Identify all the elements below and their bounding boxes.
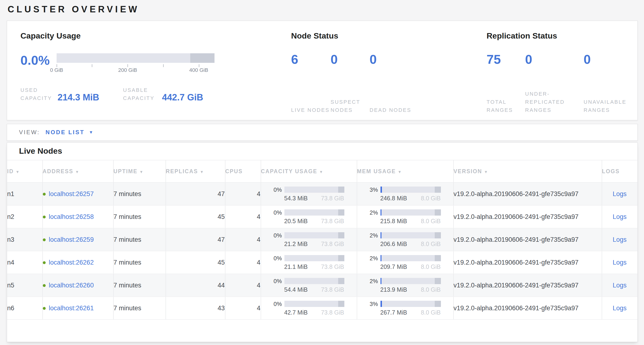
column-header-label: ADDRESS: [42, 168, 73, 174]
capacity-usage-used-value: 54.4 MiB: [284, 286, 308, 293]
cell-uptime: 7 minutes: [113, 205, 166, 228]
node-live-dot-icon: [42, 193, 46, 196]
cell-capacity: 0%54.3 MiB73.8 GiB: [261, 182, 357, 205]
cell-cpus: 4: [225, 182, 261, 205]
replication-status-value: 75: [486, 53, 525, 66]
capacity-usage-used-value: 21.2 MiB: [284, 240, 308, 247]
logs-link[interactable]: Logs: [612, 236, 627, 243]
cell-mem: 2%215.8 MiB8.0 GiB: [357, 205, 453, 228]
replication-status-item: 0UNAVAILABLE RANGES: [584, 53, 636, 114]
logs-link[interactable]: Logs: [612, 213, 627, 220]
view-mode-dropdown[interactable]: NODE LIST ▼: [46, 129, 93, 136]
mem-usage-total-value: 8.0 GiB: [421, 286, 441, 293]
capacity-usage-percent: 0%: [270, 278, 282, 284]
cell-mem: 2%209.7 MiB8.0 GiB: [357, 251, 453, 274]
mem-usage: 2%206.6 MiB8.0 GiB: [357, 232, 453, 247]
sort-caret-icon: ▼: [398, 170, 402, 174]
column-header-label: LOGS: [602, 168, 620, 174]
axis-tick-label: 400 GiB: [189, 67, 208, 73]
mem-usage-percent: 2%: [366, 232, 378, 239]
address-link[interactable]: localhost:26258: [49, 213, 94, 220]
cell-logs: Logs: [602, 274, 637, 297]
column-header-mem[interactable]: MEM USAGE▼: [357, 160, 453, 182]
page-title: CLUSTER OVERVIEW: [0, 0, 644, 21]
cell-version: v19.2.0-alpha.20190606-2491-gfe735c9a97: [453, 251, 602, 274]
logs-link[interactable]: Logs: [612, 282, 627, 289]
cell-capacity: 0%42.7 MiB73.8 GiB: [261, 297, 357, 319]
cell-id: n6: [7, 297, 42, 319]
mem-usage: 2%215.8 MiB8.0 GiB: [357, 209, 453, 224]
cluster-summary-panel: Capacity Usage 0.0% 0 GiB200 GiB400 GiB …: [7, 21, 638, 120]
column-header-uptime[interactable]: UPTIME▼: [113, 160, 166, 182]
cell-address: localhost:26262: [42, 251, 113, 274]
mem-usage-bar-reserved-segment: [435, 209, 441, 216]
node-status-item: 0SUSPECT NODES: [330, 53, 370, 114]
capacity-usage-bar: [284, 187, 344, 193]
capacity-usage: 0%21.1 MiB73.8 GiB: [261, 255, 356, 270]
node-live-dot-icon: [42, 216, 46, 218]
table-row: n1localhost:262577 minutes4740%54.3 MiB7…: [7, 182, 637, 205]
cell-capacity: 0%20.5 MiB73.8 GiB: [261, 205, 357, 228]
column-header-address[interactable]: ADDRESS▼: [42, 160, 113, 182]
mem-usage-total-value: 8.0 GiB: [421, 263, 441, 270]
mem-usage-bar-fill: [380, 232, 382, 238]
address-link[interactable]: localhost:26262: [49, 259, 94, 266]
sort-caret-icon: ▼: [75, 170, 80, 174]
capacity-usage-total-value: 73.8 GiB: [321, 309, 344, 316]
capacity-usage-used-value: 21.1 MiB: [284, 263, 308, 270]
capacity-axis-ticks: [56, 63, 214, 67]
replication-status-item: 75TOTAL RANGES: [486, 53, 525, 114]
cell-logs: Logs: [602, 297, 637, 319]
cell-capacity: 0%21.2 MiB73.8 GiB: [261, 228, 357, 251]
cell-uptime: 7 minutes: [113, 251, 166, 274]
capacity-usage-used-value: 20.5 MiB: [284, 218, 308, 224]
mem-usage-bar-fill: [380, 278, 382, 284]
chevron-down-icon: ▼: [89, 130, 93, 135]
table-row: n2localhost:262587 minutes4540%20.5 MiB7…: [7, 205, 637, 228]
usable-capacity-value: 442.7 GiB: [162, 93, 203, 102]
cell-uptime: 7 minutes: [113, 297, 166, 319]
node-status-value: 0: [370, 53, 417, 66]
mem-usage-bar-reserved-segment: [435, 278, 441, 284]
capacity-usage: 0%21.2 MiB73.8 GiB: [261, 232, 356, 247]
address-link[interactable]: localhost:26261: [49, 304, 94, 312]
axis-tick: [163, 64, 164, 67]
capacity-usage-bar: [284, 209, 344, 216]
logs-link[interactable]: Logs: [612, 190, 627, 197]
cell-id: n3: [7, 228, 42, 251]
capacity-usage-total-value: 73.8 GiB: [321, 240, 344, 247]
mem-usage-bar: [380, 209, 441, 216]
cell-mem: 2%206.6 MiB8.0 GiB: [357, 228, 453, 251]
capacity-usage-bar-reserved-segment: [338, 255, 344, 261]
address-link[interactable]: localhost:26260: [49, 282, 94, 289]
column-header-label: REPLICAS: [166, 168, 198, 174]
capacity-usage-bar-reserved-segment: [338, 278, 344, 284]
capacity-usage: 0%54.4 MiB73.8 GiB: [261, 278, 356, 293]
mem-usage-total-value: 8.0 GiB: [421, 218, 441, 224]
replication-status-label: UNDER-REPLICATED RANGES: [525, 90, 570, 114]
axis-tick: [56, 64, 57, 67]
capacity-usage-bar: [284, 301, 344, 307]
column-header-version[interactable]: VERSION▼: [453, 160, 602, 182]
node-status-title: Node Status: [291, 31, 486, 42]
logs-link[interactable]: Logs: [612, 304, 627, 312]
address-link[interactable]: localhost:26257: [49, 190, 94, 197]
replication-status-item: 0UNDER-REPLICATED RANGES: [525, 53, 584, 114]
address-link[interactable]: localhost:26259: [49, 236, 94, 243]
logs-link[interactable]: Logs: [612, 259, 627, 266]
axis-tick: [199, 64, 199, 67]
mem-usage-percent: 3%: [366, 186, 378, 193]
node-live-dot-icon: [42, 238, 46, 241]
column-header-id[interactable]: ID▼: [7, 160, 42, 182]
mem-usage-percent: 3%: [366, 300, 378, 307]
sort-caret-icon: ▼: [16, 170, 20, 174]
column-header-capacity[interactable]: CAPACITY USAGE▼: [261, 160, 357, 182]
capacity-usage: 0%42.7 MiB73.8 GiB: [261, 300, 356, 316]
capacity-usage-title: Capacity Usage: [20, 31, 291, 42]
replication-status-value: 0: [584, 53, 636, 66]
mem-usage-percent: 2%: [366, 255, 378, 261]
column-header-replicas[interactable]: REPLICAS▼: [166, 160, 225, 182]
column-header-label: VERSION: [454, 168, 482, 174]
mem-usage-total-value: 8.0 GiB: [421, 240, 441, 247]
cell-uptime: 7 minutes: [113, 274, 166, 297]
